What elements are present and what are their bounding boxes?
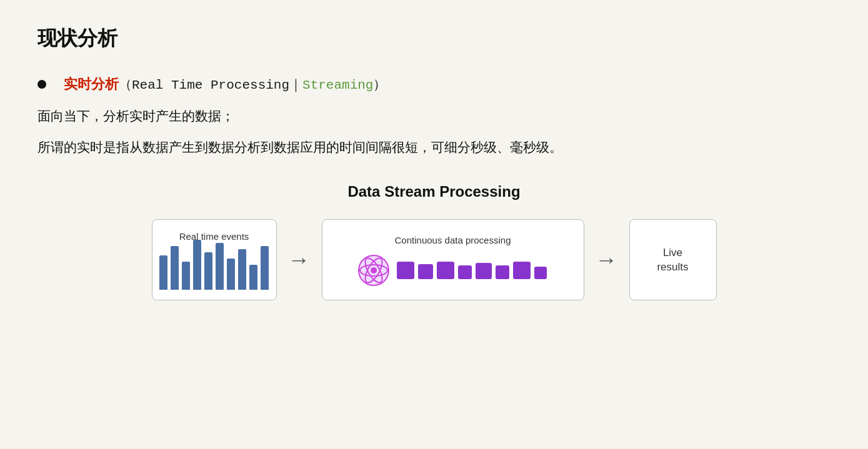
bullet-dot [37,80,46,89]
processing-square [534,267,547,279]
box-events: Real time events [152,219,277,300]
bar [261,246,269,290]
box-processing: Continuous data processing [322,219,584,300]
processing-square [476,263,492,279]
bar [238,249,246,290]
arrow-1: → [288,247,311,273]
paren-prefix: （Real Time Processing｜ [119,78,302,92]
atom-icon [357,254,390,287]
page-title: 现状分析 [37,25,831,52]
bar [216,243,224,290]
box-processing-label: Continuous data processing [395,235,511,245]
bar [193,240,201,290]
bar [249,265,257,290]
diagram-title: Data Stream Processing [347,183,520,200]
description-1: 面向当下，分析实时产生的数据； [37,105,831,127]
diagram-section: Data Stream Processing Real time events … [37,183,831,300]
processing-square [437,262,454,279]
arrow-2: → [596,247,618,273]
description-2: 所谓的实时是指从数据产生到数据分析到数据应用的时间间隔很短，可细分秒级、毫秒级。 [37,136,831,159]
bars-container [159,249,269,290]
box-results: Live results [629,219,717,300]
processing-inner [357,254,549,287]
box-results-label: Live results [657,245,688,275]
bar [159,255,167,290]
processing-square [513,262,531,279]
diagram-row: Real time events → Continuous data proce… [152,219,717,300]
bar [227,259,235,290]
processing-square [496,265,509,279]
bar [204,252,212,290]
bullet-text: 实时分析（Real Time Processing｜Streaming） [64,75,386,94]
bar [182,262,190,290]
paren-suffix: ） [373,78,386,92]
processing-square [418,264,433,279]
svg-point-4 [371,267,377,274]
processing-square [397,262,414,279]
bar [171,246,179,290]
streaming-label: Streaming [302,78,373,92]
box-events-label: Real time events [179,231,249,242]
squares-row [395,262,549,279]
chinese-label: 实时分析 [64,76,119,92]
processing-square [458,265,472,279]
bullet-item: 实时分析（Real Time Processing｜Streaming） [37,75,831,94]
